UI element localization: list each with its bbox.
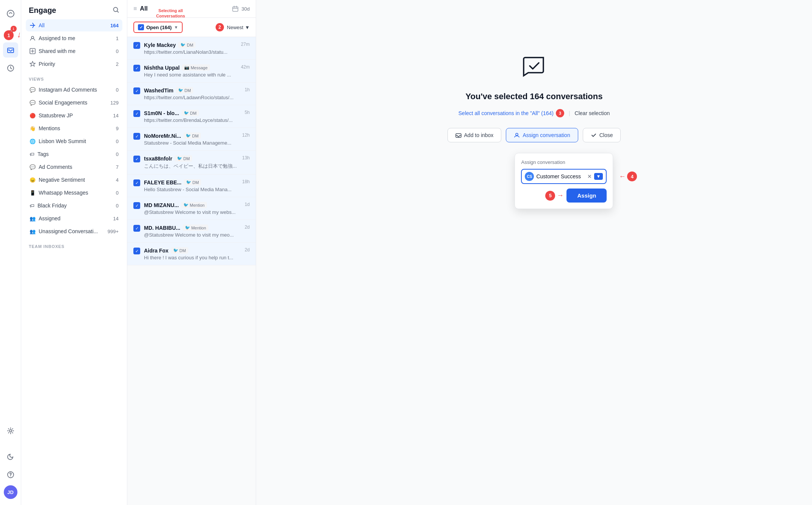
sidebar-item-ad-comments[interactable]: 💬 Ad Comments 7: [26, 161, 122, 173]
svg-point-10: [516, 133, 518, 136]
platform-md-mizanu: 🐦 Mention: [181, 202, 207, 208]
hamburger-icon[interactable]: ≡: [133, 5, 137, 12]
close-button[interactable]: Close: [583, 128, 621, 142]
assign-input[interactable]: CS Customer Success ✕ ▼: [521, 169, 607, 184]
conv-time-aidra: 2d: [245, 247, 250, 252]
conv-time-washedtim: 1h: [245, 87, 250, 92]
nav-all-label: All: [39, 22, 45, 28]
add-to-inbox-label: Add to inbox: [464, 132, 494, 138]
add-to-inbox-button[interactable]: Add to inbox: [447, 128, 502, 142]
calendar-icon: [232, 6, 238, 12]
sidebar-item-black-friday[interactable]: 🏷 Black Friday 0: [26, 200, 122, 212]
help-icon[interactable]: [3, 467, 18, 482]
assign-chevron-btn[interactable]: ▼: [594, 173, 603, 180]
sidebar-item-social[interactable]: 💬 Social Engagements 129: [26, 97, 122, 109]
platform-md-habibu: 🐦 Mention: [183, 224, 208, 231]
assign-dropdown-title: Assign conversation: [521, 159, 607, 165]
conv-checkbox-md-habibu[interactable]: ✓: [133, 225, 140, 232]
conv-checkbox-nishtha[interactable]: ✓: [133, 65, 140, 72]
conv-time-faleye: 18h: [242, 179, 250, 184]
priority-icon: [30, 61, 36, 67]
sidebar-item-tags[interactable]: 🏷 Tags 0: [26, 148, 122, 160]
filter-badge[interactable]: ✓ Open (164) ▼: [133, 22, 183, 33]
sidebar-item-whatsapp[interactable]: 📱 Whatsapp Messages 0: [26, 187, 122, 199]
conv-item-nishtha[interactable]: ✓ Nishtha Uppal 📷 Message Hey I need som…: [127, 60, 256, 83]
filter-chevron-icon: ▼: [174, 25, 178, 30]
clear-selection-link[interactable]: Clear selection: [575, 110, 610, 116]
conv-item-tsxa[interactable]: ✓ tsxa88nfolr 🐦 DM こんにちは、ベイビー、私は日本で勉強...…: [127, 151, 256, 175]
conversation-items: ✓ Kyle Mackey 🐦 DM https://twitter.com/L…: [127, 37, 256, 505]
moon-icon[interactable]: [3, 449, 18, 464]
sidebar-item-lisbon[interactable]: 🌐 Lisbon Web Summit 0: [26, 135, 122, 147]
assigned-me-icon: [30, 35, 36, 41]
conv-preview-md-habibu: @Statusbrew Welcome to visit my meo...: [144, 232, 241, 238]
views-nav: 💬 Instagram Ad Comments 0 💬 Social Engag…: [21, 84, 127, 238]
settings-icon[interactable]: [3, 423, 18, 438]
conv-checkbox-nomoremr[interactable]: ✓: [133, 133, 140, 140]
sidebar-item-negative[interactable]: 😠 Negative Sentiment 4: [26, 174, 122, 186]
conv-item-faleye[interactable]: ✓ FALEYE EBE... 🐦 DM Hello Statusbrew - …: [127, 175, 256, 197]
inbox-icon[interactable]: [3, 42, 18, 58]
assign-clear-icon[interactable]: ✕: [587, 173, 592, 179]
select-all-row: Select all conversations in the "All" (1…: [458, 109, 610, 117]
separator: |: [569, 110, 570, 116]
user-avatar[interactable]: JD: [4, 485, 17, 499]
social-icon: 💬: [30, 100, 36, 106]
assign-conversation-button[interactable]: Assign conversation: [506, 128, 578, 142]
sidebar-item-assigned[interactable]: 👥 Assigned 14: [26, 212, 122, 224]
sort-chevron-icon: ▼: [245, 25, 250, 30]
sidebar-item-instagram-ad[interactable]: 💬 Instagram Ad Comments 0: [26, 84, 122, 96]
conv-preview-nomoremr: Statusbrew - Social Media Manageme...: [144, 140, 238, 146]
sidebar-item-unassigned[interactable]: 👥 Unassigned Conversati... 999+: [26, 225, 122, 237]
unassigned-count: 999+: [108, 229, 119, 234]
conv-item-washedtim[interactable]: ✓ WashedTim 🐦 DM https://twitter.com/Lad…: [127, 83, 256, 105]
conv-checkbox-faleye[interactable]: ✓: [133, 179, 140, 186]
conv-checkbox-tsxa[interactable]: ✓: [133, 156, 140, 162]
logo-icon[interactable]: [3, 6, 18, 21]
conv-item-md-habibu[interactable]: ✓ MD. HABIBU... 🐦 Mention @Statusbrew We…: [127, 220, 256, 243]
step-5-badge: 5: [545, 191, 555, 201]
unassigned-icon: 👥: [30, 229, 36, 234]
step-1-badge: 1: [4, 30, 14, 40]
conv-checkbox-washedtim[interactable]: ✓: [133, 87, 140, 94]
conv-checkbox-md-mizanu[interactable]: ✓: [133, 202, 140, 209]
platform-s1m0n: 🐦 DM: [181, 110, 199, 116]
conv-checkbox-s1m0n[interactable]: ✓: [133, 110, 140, 117]
conv-item-md-mizanu[interactable]: ✓ MD MIZANU... 🐦 Mention @Statusbrew Wel…: [127, 197, 256, 220]
step-4-arrow: ←: [619, 173, 626, 181]
sidebar-item-all[interactable]: All 164: [26, 19, 122, 31]
select-all-link[interactable]: Select all conversations in the "All" (1…: [458, 110, 554, 116]
instagram-ad-count: 0: [116, 87, 119, 93]
sidebar-item-mentions[interactable]: 👋 Mentions 9: [26, 122, 122, 134]
whatsapp-count: 0: [116, 190, 119, 196]
conv-item-kyle[interactable]: ✓ Kyle Mackey 🐦 DM https://twitter.com/L…: [127, 37, 256, 60]
conv-item-s1m0n[interactable]: ✓ S1m0N - blo... 🐦 DM https://twitter.co…: [127, 105, 256, 128]
conv-checkbox-kyle[interactable]: ✓: [133, 42, 140, 49]
select-all-checkbox[interactable]: ✓: [138, 24, 144, 30]
svg-rect-1: [8, 48, 14, 53]
main-content: 1 → You've selected 164 conversations Se…: [256, 0, 812, 505]
conv-checkbox-aidra[interactable]: ✓: [133, 248, 140, 254]
assign-submit-button[interactable]: Assign: [566, 189, 607, 203]
statusbrew-jp-label: Statusbrew JP: [39, 112, 73, 118]
conv-list-header: ≡ All 30d: [127, 0, 256, 18]
sidebar-item-shared-me[interactable]: Shared with me 0: [26, 45, 122, 57]
sidebar-nav: All 164 Assigned to me 1 Shared wi: [21, 19, 127, 71]
conv-item-aidra[interactable]: ✓ Aidra Fox 🐦 DM Hi there ! I was curiou…: [127, 243, 256, 265]
mentions-icon: 👋: [30, 126, 36, 131]
shared-me-icon: [30, 48, 36, 54]
black-friday-label: Black Friday: [38, 203, 67, 209]
conv-name-md-mizanu: MD MIZANU...: [144, 202, 179, 208]
conv-name-nishtha: Nishtha Uppal: [144, 65, 180, 71]
social-label: Social Engagements: [39, 100, 87, 106]
history-icon[interactable]: [3, 61, 18, 76]
platform-nomoremr: 🐦 DM: [183, 132, 201, 139]
sidebar-search-icon[interactable]: [113, 6, 119, 15]
black-friday-count: 0: [116, 203, 119, 209]
sidebar-item-assigned-me[interactable]: Assigned to me 1: [26, 32, 122, 44]
sidebar-item-priority[interactable]: Priority 2: [26, 58, 122, 70]
conv-time-s1m0n: 5h: [245, 110, 250, 115]
conv-item-nomoremr[interactable]: ✓ NoMoreMr.Ni... 🐦 DM Statusbrew - Socia…: [127, 128, 256, 151]
sidebar-item-statusbrew-jp[interactable]: 🔴 Statusbrew JP 14: [26, 109, 122, 122]
sort-dropdown[interactable]: Newest ▼: [227, 25, 250, 30]
